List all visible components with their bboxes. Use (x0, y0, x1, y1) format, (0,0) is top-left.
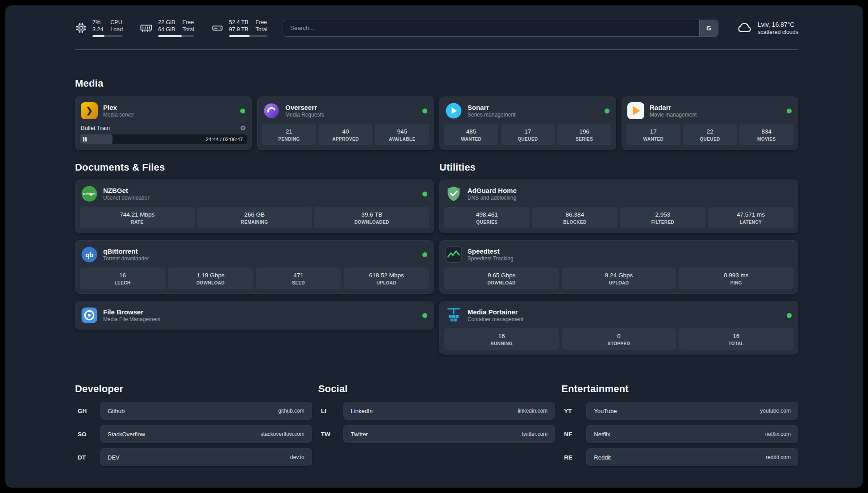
status-dot (787, 313, 792, 318)
pause-icon[interactable] (83, 137, 87, 142)
ram-label-top: Free (182, 19, 194, 26)
stat-value: 22 (685, 128, 735, 135)
search-input[interactable] (283, 20, 699, 36)
stat-label: SERIES (559, 137, 609, 142)
search-engine-button[interactable]: G (699, 20, 718, 36)
cpu-label-bottom: Load (110, 26, 123, 33)
plex-card[interactable]: ❯ Plex Media server Bullet Train ⚙ (75, 96, 252, 150)
weather-widget[interactable]: Lviv, 16.87°C scattered clouds (736, 19, 798, 37)
bookmark-link[interactable]: Netflix netflix.com (586, 425, 798, 443)
overseerr-icon (263, 102, 280, 119)
bookmark-abbr: YT (561, 408, 586, 414)
status-dot (605, 109, 609, 113)
ram-usage-bar (158, 35, 194, 37)
sonarr-card[interactable]: Sonarr Series management 485 WANTED 17 Q… (439, 96, 616, 150)
bookmark-group-title: Developer (75, 383, 312, 395)
bookmark-row: GH Github github.com (75, 402, 312, 420)
bookmark-link[interactable]: LinkedIn linkedin.com (343, 402, 555, 420)
cpu-label-top: CPU (110, 19, 123, 26)
stat-tile: 471 SEED (256, 267, 341, 289)
bookmark-link[interactable]: Reddit reddit.com (586, 448, 798, 466)
status-dot (240, 109, 245, 113)
plex-chevron-glyph: ❯ (86, 106, 92, 116)
divider (75, 50, 798, 50)
disk-label-top: Free (255, 19, 267, 26)
status-dot (422, 313, 427, 318)
bookmark-name: Netflix (594, 431, 610, 438)
media-section: Media ❯ Plex Media server Bullet Train (75, 78, 798, 150)
bookmark-url: reddit.com (766, 454, 791, 460)
stat-label: QUEUED (685, 137, 735, 142)
stat-value: 0 (563, 332, 675, 340)
stat-label: WANTED (628, 137, 679, 142)
bookmark-link[interactable]: StackOverflow stackoverflow.com (100, 425, 312, 443)
stat-value: 39.6 TB (316, 211, 427, 218)
plex-icon: ❯ (81, 102, 98, 119)
stat-tile: 485 WANTED (444, 124, 498, 145)
status-dot (787, 109, 792, 113)
speedtest-card[interactable]: Speedtest Speedtest Tracking 9.65 Gbps D… (439, 240, 798, 294)
bookmark-abbr: NF (561, 431, 586, 438)
bookmark-link[interactable]: DEV dev.to (100, 448, 312, 466)
documents-section: Documents & Files nzbget NZBGet Usenet d… (75, 162, 434, 355)
cloud-icon (736, 19, 752, 37)
filebrowser-card[interactable]: File Browser Media File Management (75, 301, 434, 330)
bookmark-row: NF Netflix netflix.com (561, 425, 798, 443)
utilities-section-title: Utilities (439, 162, 798, 173)
stat-tile: 21 PENDING (262, 124, 316, 145)
bookmark-url: dev.to (290, 454, 305, 460)
bookmark-abbr: LI (318, 408, 343, 414)
ram-icon (140, 21, 153, 34)
bookmark-group-developer: Developer GH Github github.com SO StackO… (75, 383, 312, 466)
bookmark-row: LI LinkedIn linkedin.com (318, 402, 555, 420)
stat-value: 16 (446, 332, 557, 340)
bookmark-url: github.com (278, 408, 305, 414)
nzbget-card[interactable]: nzbget NZBGet Usenet downloader 744.21 M… (75, 180, 434, 233)
disk-label-bottom: Total (255, 26, 267, 33)
topbar: 7% 3.24 CPU Load (75, 5, 798, 37)
bookmark-url: stackoverflow.com (261, 431, 305, 437)
adguard-icon (445, 185, 462, 202)
stat-value: 47.571 ms (710, 211, 792, 218)
overseerr-card[interactable]: Overseerr Media Requests 21 PENDING 40 A… (257, 96, 434, 150)
nzbget-icon: nzbget (81, 185, 98, 202)
stat-value: 1.19 Gbps (170, 272, 251, 279)
stat-value: 9.65 Gbps (446, 272, 557, 279)
svg-text:nzbget: nzbget (83, 192, 96, 196)
utilities-section: Utilities AdGuard Home DNS and adblockin… (439, 162, 798, 355)
bookmark-link[interactable]: Twitter twitter.com (343, 425, 555, 443)
bookmark-abbr: RE (561, 454, 586, 461)
app-name: Speedtest (467, 247, 513, 255)
gear-icon[interactable]: ⚙ (240, 125, 246, 131)
stat-label: TOTAL (680, 341, 792, 346)
bookmark-abbr: GH (75, 408, 100, 414)
filebrowser-icon (81, 307, 98, 324)
stat-value: 86,384 (534, 211, 616, 218)
stat-label: DOWNLOADED (316, 220, 427, 225)
stat-label: QUEUED (503, 137, 553, 142)
bookmark-link[interactable]: Github github.com (100, 402, 312, 420)
ram-free-value: 22 GiB (158, 19, 175, 26)
stat-value: 485 (446, 128, 497, 135)
stat-label: REMAINING (199, 220, 310, 225)
stat-tile: 86,384 BLOCKED (532, 207, 618, 228)
bookmark-abbr: SO (75, 431, 100, 438)
adguard-card[interactable]: AdGuard Home DNS and adblocking 498,461 … (439, 180, 798, 233)
bookmark-name: Twitter (351, 431, 368, 438)
bookmark-row: SO StackOverflow stackoverflow.com (75, 425, 312, 443)
svg-text:qb: qb (85, 251, 93, 259)
stat-value: 0.993 ms (680, 272, 792, 279)
documents-section-title: Documents & Files (75, 162, 434, 173)
stat-tile: 744.21 Mbps RATE (80, 207, 195, 228)
stat-value: 945 (377, 128, 427, 135)
bookmark-link[interactable]: YouTube youtube.com (586, 402, 798, 420)
bookmark-name: LinkedIn (351, 408, 373, 414)
radarr-card[interactable]: Radarr Movie management 17 WANTED 22 QUE… (622, 96, 798, 150)
portainer-card[interactable]: Media Portainer Container management 16 … (439, 301, 798, 355)
weather-condition: scattered clouds (758, 29, 798, 36)
playback-progress-bar[interactable]: 24:44 / 02:06:47 (80, 134, 247, 144)
stat-label: FILTERED (622, 220, 704, 225)
stat-tile: 834 MOVIES (739, 124, 793, 145)
qbittorrent-card[interactable]: qb qBittorrent Torrent downloader 16 LEE… (75, 240, 434, 294)
bookmark-row: YT YouTube youtube.com (561, 402, 798, 420)
